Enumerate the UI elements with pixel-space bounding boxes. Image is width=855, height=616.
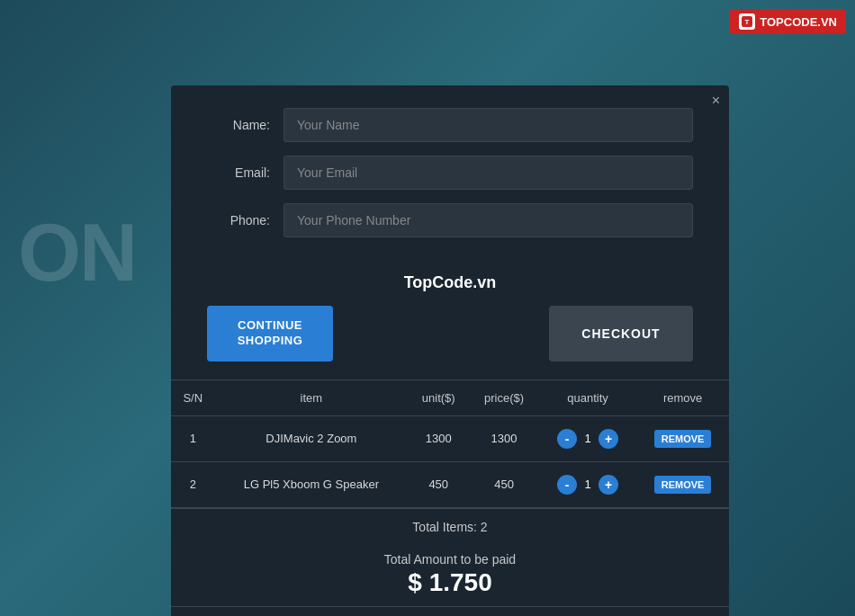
table-header-row: S/N item unit($) price($) quantity remov… bbox=[171, 379, 729, 415]
name-label: Name: bbox=[207, 118, 270, 132]
phone-input[interactable] bbox=[284, 203, 693, 237]
col-quantity: quantity bbox=[539, 379, 636, 415]
cell-price: 450 bbox=[469, 461, 539, 507]
remove-button[interactable]: REMOVE bbox=[654, 476, 712, 494]
checkout-button[interactable]: CHECKOUT bbox=[549, 306, 693, 362]
cell-unit: 1300 bbox=[408, 415, 469, 461]
col-sn: S/N bbox=[171, 379, 215, 415]
total-amount-label: Total Amount to be paid bbox=[171, 545, 729, 568]
phone-row: Phone: bbox=[207, 203, 693, 237]
total-items: Total Items: 2 bbox=[171, 508, 729, 545]
logo-label: TOPCODE.VN bbox=[760, 15, 837, 29]
qty-value: 1 bbox=[582, 432, 593, 445]
topcode-logo: T TOPCODE.VN bbox=[730, 9, 846, 34]
name-row: Name: bbox=[207, 108, 693, 142]
email-label: Email: bbox=[207, 165, 270, 180]
close-button[interactable]: × bbox=[712, 93, 720, 109]
cart-table: S/N item unit($) price($) quantity remov… bbox=[171, 379, 729, 508]
col-item: item bbox=[215, 379, 409, 415]
col-unit: unit($) bbox=[408, 379, 469, 415]
cell-sn: 1 bbox=[171, 415, 215, 461]
qty-decrease-button[interactable]: - bbox=[557, 429, 577, 449]
cell-remove: REMOVE bbox=[636, 415, 729, 461]
cell-quantity: - 1 + bbox=[539, 415, 636, 461]
form-section: Name: Email: Phone: bbox=[171, 85, 729, 264]
col-price: price($) bbox=[469, 379, 539, 415]
svg-text:T: T bbox=[745, 18, 750, 26]
cell-unit: 450 bbox=[408, 461, 469, 507]
site-title: TopCode.vn bbox=[171, 264, 729, 297]
email-input[interactable] bbox=[284, 156, 693, 190]
qty-value: 1 bbox=[582, 478, 593, 491]
action-buttons: CONTINUE SHOPPING CHECKOUT bbox=[171, 297, 729, 375]
name-input[interactable] bbox=[284, 108, 693, 142]
qty-increase-button[interactable]: + bbox=[598, 475, 618, 495]
total-amount-value: $ 1.750 bbox=[171, 568, 729, 606]
continue-shopping-button[interactable]: CONTINUE SHOPPING bbox=[207, 306, 333, 362]
cell-sn: 2 bbox=[171, 461, 215, 507]
email-row: Email: bbox=[207, 156, 693, 190]
cell-remove: REMOVE bbox=[636, 461, 729, 507]
cell-item: DJIMavic 2 Zoom bbox=[215, 415, 409, 461]
qty-decrease-button[interactable]: - bbox=[557, 475, 577, 495]
table-row: 1 DJIMavic 2 Zoom 1300 1300 - 1 + REMOVE bbox=[171, 415, 729, 461]
cell-quantity: - 1 + bbox=[539, 461, 636, 507]
logo-icon: T bbox=[739, 13, 755, 30]
col-remove: remove bbox=[636, 379, 729, 415]
copyright: Copyright © TopCode.vn bbox=[171, 606, 729, 616]
background-text: ON bbox=[18, 207, 136, 299]
cell-item: LG Pl5 Xboom G Speaker bbox=[215, 461, 409, 507]
phone-label: Phone: bbox=[207, 213, 270, 228]
table-row: 2 LG Pl5 Xboom G Speaker 450 450 - 1 + R… bbox=[171, 461, 729, 507]
remove-button[interactable]: REMOVE bbox=[654, 430, 712, 448]
cell-price: 1300 bbox=[469, 415, 539, 461]
cart-modal: × Name: Email: Phone: TopCode.vn CONTINU… bbox=[171, 85, 729, 616]
qty-increase-button[interactable]: + bbox=[598, 429, 618, 449]
